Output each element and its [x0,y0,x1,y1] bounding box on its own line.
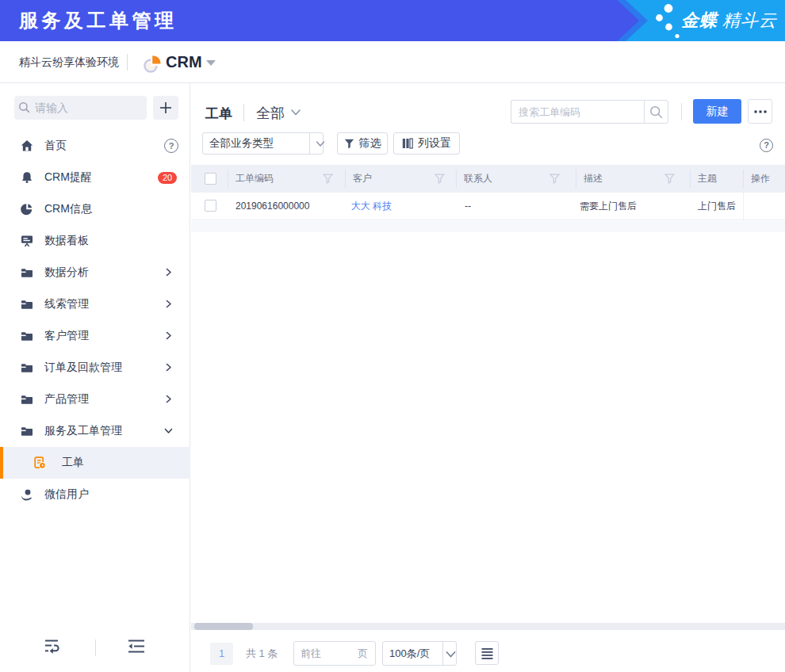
pie-chart-icon [21,203,33,216]
horizontal-scrollbar-thumb[interactable] [194,623,253,630]
goto-suffix-label: 页 [358,641,368,666]
sidebar-item-label: CRM提醒 [44,170,92,185]
cell-contact: -- [465,193,471,220]
sidebar-item-products[interactable]: 产品管理 [0,384,190,415]
search-icon [649,105,663,119]
search-input[interactable] [519,101,638,123]
row-checkbox[interactable] [205,200,216,212]
chevron-right-icon [164,363,173,372]
page-size-value: 100条/页 [389,641,430,666]
business-type-value: 全部业务类型 [209,136,274,151]
chevron-right-icon [164,300,173,308]
sidebar-item-orders[interactable]: 订单及回款管理 [0,352,190,384]
workorder-icon [33,456,46,469]
search-button[interactable] [644,100,668,124]
brand-bold: 金蝶 [681,10,718,30]
help-icon[interactable]: ? [164,139,178,153]
column-settings-label: 列设置 [418,136,451,151]
columns-icon [402,138,413,149]
sidebar: 首页 ? CRM提醒 20 CRM信息 数据看 [0,83,190,672]
sidebar-item-data-analysis[interactable]: 数据分析 [0,257,190,288]
horizontal-scrollbar-track[interactable] [191,623,785,630]
help-icon[interactable]: ? [760,139,773,152]
goto-page-input[interactable] [324,643,355,663]
brand-logo: 金蝶精斗云 [681,0,777,41]
sidebar-item-customers[interactable]: 客户管理 [0,320,190,352]
column-separator [743,170,744,188]
folder-icon [21,330,33,342]
sidebar-item-label: 微信用户 [44,487,89,502]
notification-badge: 20 [158,172,177,184]
column-header[interactable]: 主题 [698,165,717,193]
sidebar-item-label: 订单及回款管理 [44,361,122,375]
chevron-right-icon [164,331,173,340]
divider [127,54,128,71]
goto-prefix-label: 前往 [301,641,321,666]
view-selector[interactable]: 全部 [256,104,285,123]
sidebar-item-home[interactable]: 首页 ? [0,130,190,162]
wrap-collapse-icon[interactable] [44,639,62,655]
column-header[interactable]: 描述 [584,165,603,193]
column-separator [345,170,346,188]
sidebar-item-label: 首页 [44,139,67,153]
divider [95,640,96,656]
chevron-down-icon [164,426,173,435]
brand-light: 精斗云 [722,10,777,30]
column-header[interactable]: 联系人 [464,165,492,193]
sidebar-item-crm-info[interactable]: CRM信息 [0,193,190,225]
table-row[interactable]: 20190616000000 大大 科技 -- 需要上门售后 上门售后 [191,193,785,220]
column-separator [690,170,691,188]
sidebar-item-dashboard[interactable]: 数据看板 [0,225,190,257]
create-button[interactable]: 新建 [693,99,741,124]
select-all-checkbox[interactable] [205,173,216,185]
table-footer-strip [191,221,785,232]
column-separator [743,193,744,220]
sidebar-item-wechat-users[interactable]: 微信用户 [0,479,190,510]
app-switch-caret-icon[interactable] [206,60,216,66]
wechat-user-icon [21,488,33,501]
collapse-menu-icon[interactable] [128,639,145,655]
sidebar-item-crm-reminder[interactable]: CRM提醒 20 [0,162,190,193]
folder-icon [21,425,33,437]
sidebar-item-leads[interactable]: 线索管理 [0,288,190,320]
more-actions-button[interactable] [748,99,772,124]
sidebar-item-label: 服务及工单管理 [44,424,122,438]
folder-icon [21,266,33,279]
sidebar-add-button[interactable] [153,96,178,120]
cell-customer-link[interactable]: 大大 科技 [351,193,392,220]
list-settings-button[interactable] [475,641,499,665]
column-filter-icon[interactable] [664,174,675,184]
page-number-button[interactable]: 1 [210,643,233,665]
column-filter-icon[interactable] [435,174,445,184]
cell-workorder-code: 20190616000000 [236,193,309,220]
column-filter-icon[interactable] [323,174,333,184]
sidebar-item-label: 工单 [62,456,84,470]
total-count-label: 共 1 条 [246,643,278,665]
column-filter-icon[interactable] [550,174,560,184]
page-title: 服务及工单管理 [19,0,178,41]
bell-icon [21,171,33,184]
folder-icon [21,298,33,311]
crm-app-icon [143,55,161,74]
sidebar-item-workorder[interactable]: 工单 [0,447,190,479]
column-header[interactable]: 客户 [353,165,372,193]
sidebar-search-input[interactable] [35,97,138,119]
sidebar-item-label: 产品管理 [44,392,89,407]
funnel-icon [344,139,354,149]
table-header: 工单编码 客户 联系人 描述 主题 操作 [191,165,785,193]
filter-button-label: 筛选 [359,136,381,151]
home-icon [21,139,33,152]
column-separator [456,170,457,188]
filter-button[interactable]: 筛选 [337,132,388,155]
column-header[interactable]: 工单编码 [236,165,274,193]
folder-icon [21,393,33,406]
sidebar-item-service[interactable]: 服务及工单管理 [0,415,190,447]
chevron-down-icon [315,140,326,148]
column-settings-button[interactable]: 列设置 [393,132,460,155]
ellipsis-icon [754,110,767,113]
chevron-down-icon[interactable] [290,108,301,117]
column-header[interactable]: 操作 [751,165,770,193]
app-name[interactable]: CRM [166,41,202,82]
column-separator [228,170,228,188]
sidebar-item-label: 线索管理 [44,297,89,311]
